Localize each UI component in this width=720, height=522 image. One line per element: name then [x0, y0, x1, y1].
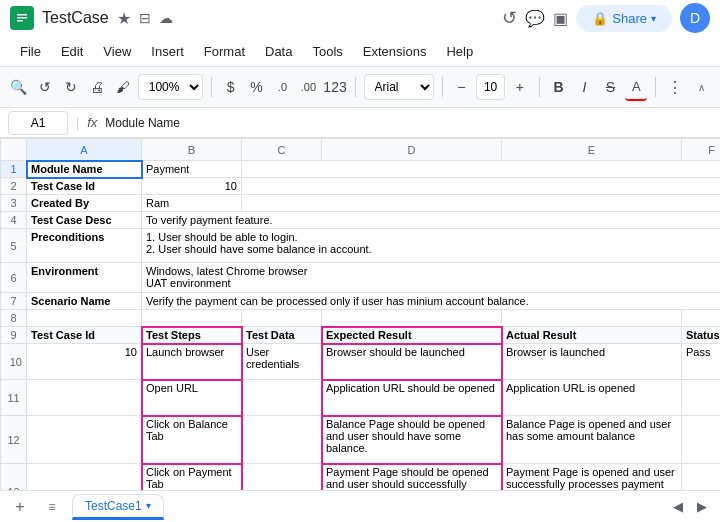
bold-button[interactable]: B: [548, 73, 570, 101]
scroll-right-button[interactable]: ▶: [692, 497, 712, 517]
cell-A11[interactable]: [27, 380, 142, 416]
cell-E8[interactable]: [502, 310, 682, 327]
menu-data[interactable]: Data: [257, 40, 300, 63]
italic-button[interactable]: I: [574, 73, 596, 101]
cell-D9[interactable]: Expected Result: [322, 327, 502, 344]
menu-insert[interactable]: Insert: [143, 40, 192, 63]
star-icon[interactable]: ★: [117, 9, 131, 28]
cell-E10[interactable]: Browser is launched: [502, 344, 682, 380]
increase-font-button[interactable]: +: [509, 73, 531, 101]
currency-button[interactable]: $: [220, 73, 242, 101]
cell-A5[interactable]: Preconditions: [27, 229, 142, 263]
cell-B11[interactable]: Open URL: [142, 380, 242, 416]
cell-B4[interactable]: To verify payment feature.: [142, 212, 721, 229]
menu-tools[interactable]: Tools: [304, 40, 350, 63]
cell-C9[interactable]: Test Data: [242, 327, 322, 344]
cell-F11[interactable]: [682, 380, 721, 416]
col-header-F[interactable]: F: [682, 139, 721, 161]
camera-icon[interactable]: ▣: [553, 9, 568, 28]
more-formats-button[interactable]: 123: [323, 73, 346, 101]
decimal-inc-button[interactable]: .00: [297, 73, 319, 101]
scroll-left-button[interactable]: ◀: [668, 497, 688, 517]
cell-E11[interactable]: Application URL is opened: [502, 380, 682, 416]
font-name-selector[interactable]: Arial: [364, 74, 434, 100]
cell-E12[interactable]: Balance Page is opened and user has some…: [502, 416, 682, 464]
comment-icon[interactable]: 💬: [525, 9, 545, 28]
cell-F12[interactable]: [682, 416, 721, 464]
cell-C1[interactable]: [242, 161, 721, 178]
cell-A12[interactable]: [27, 416, 142, 464]
cell-F9[interactable]: Status: [682, 327, 721, 344]
strikethrough-button[interactable]: S: [600, 73, 622, 101]
cell-C10[interactable]: User credentials: [242, 344, 322, 380]
cell-A10[interactable]: 10: [27, 344, 142, 380]
cell-reference[interactable]: A1: [8, 111, 68, 135]
menu-format[interactable]: Format: [196, 40, 253, 63]
cell-C12[interactable]: [242, 416, 322, 464]
cloud-icon[interactable]: ☁: [159, 10, 173, 26]
cell-A2[interactable]: Test Case Id: [27, 178, 142, 195]
menu-extensions[interactable]: Extensions: [355, 40, 435, 63]
add-sheet-button[interactable]: +: [8, 495, 32, 519]
cell-A3[interactable]: Created By: [27, 195, 142, 212]
sheet-list-button[interactable]: ≡: [40, 495, 64, 519]
cell-A8[interactable]: [27, 310, 142, 327]
share-button[interactable]: 🔒 Share ▾: [576, 5, 672, 32]
cell-B6[interactable]: Windows, latest Chrome browser UAT envir…: [142, 263, 721, 293]
undo-button[interactable]: ↺: [34, 73, 56, 101]
print-button[interactable]: 🖨: [86, 73, 108, 101]
cell-E9[interactable]: Actual Result: [502, 327, 682, 344]
cell-B3[interactable]: Ram: [142, 195, 242, 212]
cell-B13[interactable]: Click on Payment Tab: [142, 464, 242, 491]
cell-F13[interactable]: [682, 464, 721, 491]
cell-B10[interactable]: Launch browser: [142, 344, 242, 380]
menu-file[interactable]: File: [12, 40, 49, 63]
cell-B7[interactable]: Verify the payment can be processed only…: [142, 293, 721, 310]
cell-A9[interactable]: Test Case Id: [27, 327, 142, 344]
cell-A4[interactable]: Test Case Desc: [27, 212, 142, 229]
cell-B1[interactable]: Payment: [142, 161, 242, 178]
cell-E13[interactable]: Payment Page is opened and user successf…: [502, 464, 682, 491]
cell-B5[interactable]: 1. User should be able to login. 2. User…: [142, 229, 721, 263]
col-header-B[interactable]: B: [142, 139, 242, 161]
collapse-toolbar-button[interactable]: ∧: [690, 73, 712, 101]
cell-D13[interactable]: Payment Page should be opened and user s…: [322, 464, 502, 491]
decrease-font-button[interactable]: −: [450, 73, 472, 101]
cell-B9[interactable]: Test Steps: [142, 327, 242, 344]
col-header-C[interactable]: C: [242, 139, 322, 161]
cell-B8[interactable]: [142, 310, 242, 327]
cell-C11[interactable]: [242, 380, 322, 416]
sheet-tab-testcase1[interactable]: TestCase1 ▾: [72, 494, 164, 520]
menu-view[interactable]: View: [95, 40, 139, 63]
cell-C3[interactable]: [242, 195, 721, 212]
menu-edit[interactable]: Edit: [53, 40, 91, 63]
redo-button[interactable]: ↻: [60, 73, 82, 101]
cell-C2[interactable]: [242, 178, 721, 195]
col-header-D[interactable]: D: [322, 139, 502, 161]
paint-format-button[interactable]: 🖌: [112, 73, 134, 101]
cell-B12[interactable]: Click on Balance Tab: [142, 416, 242, 464]
col-header-A[interactable]: A: [27, 139, 142, 161]
cell-D10[interactable]: Browser should be launched: [322, 344, 502, 380]
cell-C8[interactable]: [242, 310, 322, 327]
search-button[interactable]: 🔍: [8, 73, 30, 101]
folder-icon[interactable]: ⊟: [139, 10, 151, 26]
col-header-E[interactable]: E: [502, 139, 682, 161]
cell-D11[interactable]: Application URL should be opened: [322, 380, 502, 416]
cell-A6[interactable]: Environment: [27, 263, 142, 293]
more-toolbar-button[interactable]: ⋮: [664, 73, 686, 101]
history-icon[interactable]: ↺: [502, 7, 517, 29]
cell-A13[interactable]: [27, 464, 142, 491]
avatar[interactable]: D: [680, 3, 710, 33]
cell-F8[interactable]: [682, 310, 721, 327]
cell-D12[interactable]: Balance Page should be opened and user s…: [322, 416, 502, 464]
zoom-selector[interactable]: 100%: [138, 74, 203, 100]
decimal-dec-button[interactable]: .0: [271, 73, 293, 101]
percent-button[interactable]: %: [246, 73, 268, 101]
cell-F10[interactable]: Pass: [682, 344, 721, 380]
text-color-button[interactable]: A: [625, 73, 647, 101]
cell-C13[interactable]: [242, 464, 322, 491]
cell-A1[interactable]: Module Name: [27, 161, 142, 178]
cell-B2[interactable]: 10: [142, 178, 242, 195]
cell-D8[interactable]: [322, 310, 502, 327]
